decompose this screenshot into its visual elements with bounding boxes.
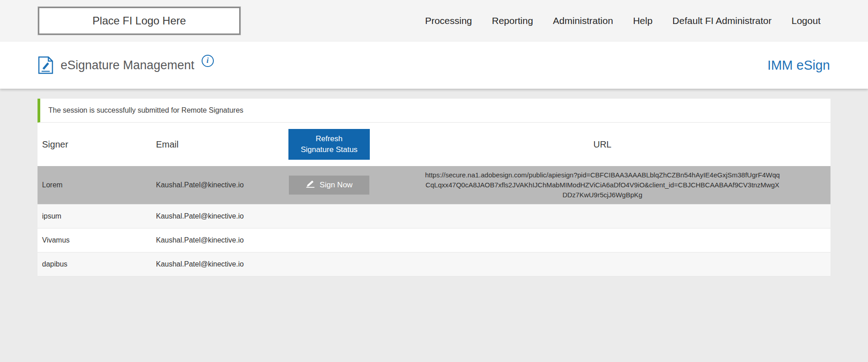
nav-administration[interactable]: Administration <box>553 15 613 26</box>
column-header-email: Email <box>156 139 284 150</box>
table-row-lorem[interactable]: Lorem Kaushal.Patel@kinective.io Sign No… <box>38 166 830 205</box>
signer-cell: dapibus <box>38 260 156 268</box>
nav-logout[interactable]: Logout <box>792 15 821 26</box>
signer-cell: Lorem <box>38 181 156 189</box>
page: Place FI Logo Here Processing Reporting … <box>0 0 868 276</box>
brand-imm-esign: IMM eSign <box>767 58 830 73</box>
content-panel: The session is successfully submitted fo… <box>38 99 830 276</box>
nav-processing[interactable]: Processing <box>425 15 472 26</box>
table-row-ipsum[interactable]: ipsum Kaushal.Patel@kinective.io <box>38 205 830 229</box>
info-icon[interactable]: i <box>202 55 214 67</box>
table-row-dapibus[interactable]: dapibus Kaushal.Patel@kinective.io <box>38 252 830 276</box>
title-group: eSignature Management i <box>38 56 214 74</box>
main-content: The session is successfully submitted fo… <box>0 99 868 276</box>
nav-reporting[interactable]: Reporting <box>492 15 533 26</box>
column-header-status: Refresh Signature Status <box>284 129 374 160</box>
sign-now-label: Sign Now <box>320 181 353 190</box>
nav-help[interactable]: Help <box>633 15 652 26</box>
esignature-document-icon <box>38 56 53 74</box>
column-header-url: URL <box>374 139 830 150</box>
refresh-signature-status-button[interactable]: Refresh Signature Status <box>288 129 370 160</box>
fi-logo-placeholder: Place FI Logo Here <box>38 7 241 35</box>
email-cell: Kaushal.Patel@kinective.io <box>156 181 284 189</box>
table-row-vivamus[interactable]: Vivamus Kaushal.Patel@kinective.io <box>38 229 830 252</box>
success-alert: The session is successfully submitted fo… <box>38 99 830 123</box>
url-cell: https://secure.na1.adobesign.com/public/… <box>374 167 830 203</box>
signers-table: Signer Email Refresh Signature Status UR… <box>38 123 830 276</box>
sign-now-button[interactable]: Sign Now <box>289 176 369 195</box>
status-cell: Sign Now <box>284 176 374 195</box>
table-header-row: Signer Email Refresh Signature Status UR… <box>38 123 830 166</box>
top-navigation: Processing Reporting Administration Help… <box>425 15 821 26</box>
signing-url: https://secure.na1.adobesign.com/public/… <box>422 167 783 203</box>
page-title: eSignature Management <box>61 58 194 72</box>
email-cell: Kaushal.Patel@kinective.io <box>156 236 284 244</box>
refresh-button-line1: Refresh <box>316 133 343 144</box>
signer-cell: ipsum <box>38 212 156 220</box>
column-header-signer: Signer <box>38 139 156 150</box>
signer-cell: Vivamus <box>38 236 156 244</box>
success-alert-message: The session is successfully submitted fo… <box>48 106 243 114</box>
topbar: Place FI Logo Here Processing Reporting … <box>0 0 868 42</box>
email-cell: Kaushal.Patel@kinective.io <box>156 260 284 268</box>
pen-icon <box>306 180 316 190</box>
info-icon-glyph: i <box>207 56 209 65</box>
subheader: eSignature Management i IMM eSign <box>0 42 868 89</box>
email-cell: Kaushal.Patel@kinective.io <box>156 212 284 220</box>
nav-current-user[interactable]: Default FI Administrator <box>672 15 771 26</box>
fi-logo-text: Place FI Logo Here <box>93 14 186 27</box>
refresh-button-line2: Signature Status <box>301 144 358 155</box>
